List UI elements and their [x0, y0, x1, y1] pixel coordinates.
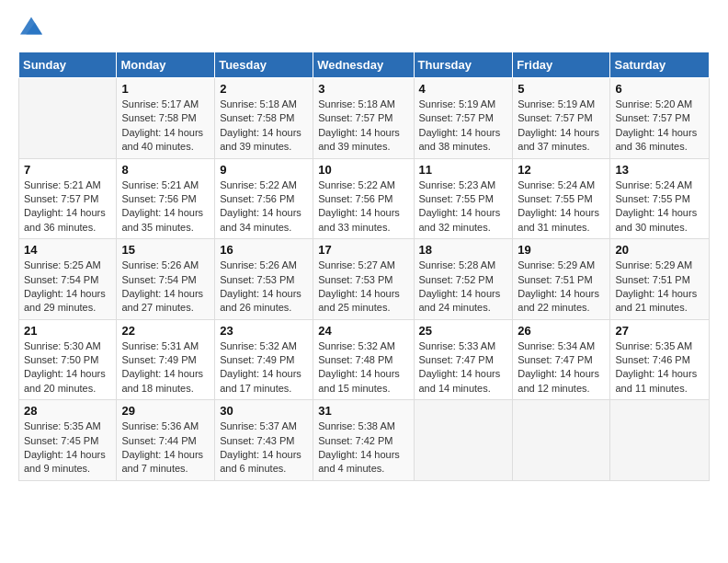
calendar-cell: 31Sunrise: 5:38 AMSunset: 7:42 PMDayligh…	[313, 400, 414, 481]
day-number: 21	[24, 324, 111, 338]
day-number: 31	[318, 404, 408, 418]
day-info: Sunrise: 5:25 AMSunset: 7:54 PMDaylight:…	[24, 259, 111, 316]
weekday-header: Saturday	[610, 52, 710, 78]
weekday-header: Monday	[117, 52, 215, 78]
calendar-cell: 14Sunrise: 5:25 AMSunset: 7:54 PMDayligh…	[19, 239, 117, 320]
calendar-cell: 1Sunrise: 5:17 AMSunset: 7:58 PMDaylight…	[117, 78, 215, 159]
day-number: 20	[615, 243, 704, 257]
weekday-header: Sunday	[19, 52, 117, 78]
calendar-cell: 7Sunrise: 5:21 AMSunset: 7:57 PMDaylight…	[19, 158, 117, 239]
logo-icon	[20, 17, 42, 35]
day-info: Sunrise: 5:22 AMSunset: 7:56 PMDaylight:…	[318, 178, 408, 236]
day-info: Sunrise: 5:34 AMSunset: 7:47 PMDaylight:…	[518, 339, 605, 396]
day-number: 28	[24, 404, 111, 418]
day-info: Sunrise: 5:29 AMSunset: 7:51 PMDaylight:…	[615, 259, 704, 316]
calendar-cell: 16Sunrise: 5:26 AMSunset: 7:53 PMDayligh…	[215, 239, 313, 320]
day-info: Sunrise: 5:32 AMSunset: 7:49 PMDaylight:…	[220, 339, 308, 396]
calendar-cell	[610, 400, 710, 481]
calendar-cell: 19Sunrise: 5:29 AMSunset: 7:51 PMDayligh…	[513, 239, 610, 320]
weekday-header: Thursday	[414, 52, 513, 78]
day-info: Sunrise: 5:19 AMSunset: 7:57 PMDaylight:…	[518, 98, 605, 155]
weekday-header: Wednesday	[313, 52, 414, 78]
calendar-cell	[19, 78, 117, 159]
calendar-cell: 8Sunrise: 5:21 AMSunset: 7:56 PMDaylight…	[117, 158, 215, 239]
calendar-week-row: 1Sunrise: 5:17 AMSunset: 7:58 PMDaylight…	[19, 78, 710, 159]
calendar-cell: 15Sunrise: 5:26 AMSunset: 7:54 PMDayligh…	[117, 239, 215, 320]
day-number: 1	[121, 82, 210, 96]
header-row: SundayMondayTuesdayWednesdayThursdayFrid…	[19, 52, 710, 78]
day-number: 30	[220, 404, 308, 418]
calendar-cell: 9Sunrise: 5:22 AMSunset: 7:56 PMDaylight…	[215, 158, 313, 239]
day-info: Sunrise: 5:17 AMSunset: 7:58 PMDaylight:…	[121, 98, 210, 155]
day-number: 13	[615, 163, 704, 177]
day-number: 4	[419, 82, 508, 96]
day-number: 18	[419, 243, 508, 257]
day-number: 8	[121, 163, 210, 177]
weekday-header: Tuesday	[215, 52, 313, 78]
day-number: 2	[220, 82, 308, 96]
day-info: Sunrise: 5:36 AMSunset: 7:44 PMDaylight:…	[121, 419, 210, 477]
calendar-cell: 17Sunrise: 5:27 AMSunset: 7:53 PMDayligh…	[313, 239, 414, 320]
day-number: 19	[518, 243, 605, 257]
calendar-cell: 11Sunrise: 5:23 AMSunset: 7:55 PMDayligh…	[414, 158, 513, 239]
calendar-cell: 23Sunrise: 5:32 AMSunset: 7:49 PMDayligh…	[215, 319, 313, 400]
day-info: Sunrise: 5:19 AMSunset: 7:57 PMDaylight:…	[419, 98, 508, 155]
day-info: Sunrise: 5:18 AMSunset: 7:58 PMDaylight:…	[220, 98, 308, 155]
calendar-cell: 21Sunrise: 5:30 AMSunset: 7:50 PMDayligh…	[19, 319, 117, 400]
day-info: Sunrise: 5:38 AMSunset: 7:42 PMDaylight:…	[318, 419, 408, 477]
calendar-cell: 12Sunrise: 5:24 AMSunset: 7:55 PMDayligh…	[513, 158, 610, 239]
day-info: Sunrise: 5:18 AMSunset: 7:57 PMDaylight:…	[318, 98, 408, 155]
calendar-cell: 10Sunrise: 5:22 AMSunset: 7:56 PMDayligh…	[313, 158, 414, 239]
calendar-cell: 22Sunrise: 5:31 AMSunset: 7:49 PMDayligh…	[117, 319, 215, 400]
day-number: 10	[318, 163, 408, 177]
day-number: 11	[419, 163, 508, 177]
day-info: Sunrise: 5:31 AMSunset: 7:49 PMDaylight:…	[121, 339, 210, 396]
day-info: Sunrise: 5:37 AMSunset: 7:43 PMDaylight:…	[220, 419, 308, 477]
calendar-week-row: 7Sunrise: 5:21 AMSunset: 7:57 PMDaylight…	[19, 158, 710, 239]
calendar-cell: 6Sunrise: 5:20 AMSunset: 7:57 PMDaylight…	[610, 78, 710, 159]
day-number: 5	[518, 82, 605, 96]
day-info: Sunrise: 5:35 AMSunset: 7:46 PMDaylight:…	[615, 339, 704, 396]
day-number: 24	[318, 324, 408, 338]
calendar-cell: 28Sunrise: 5:35 AMSunset: 7:45 PMDayligh…	[19, 400, 117, 481]
day-number: 12	[518, 163, 605, 177]
calendar-cell: 3Sunrise: 5:18 AMSunset: 7:57 PMDaylight…	[313, 78, 414, 159]
day-number: 23	[220, 324, 308, 338]
calendar-cell: 27Sunrise: 5:35 AMSunset: 7:46 PMDayligh…	[610, 319, 710, 400]
day-info: Sunrise: 5:24 AMSunset: 7:55 PMDaylight:…	[518, 178, 605, 236]
calendar-cell: 25Sunrise: 5:33 AMSunset: 7:47 PMDayligh…	[414, 319, 513, 400]
day-number: 9	[220, 163, 308, 177]
calendar-cell	[414, 400, 513, 481]
calendar-week-row: 28Sunrise: 5:35 AMSunset: 7:45 PMDayligh…	[19, 400, 710, 481]
calendar-week-row: 21Sunrise: 5:30 AMSunset: 7:50 PMDayligh…	[19, 319, 710, 400]
day-number: 27	[615, 324, 704, 338]
day-number: 7	[24, 163, 111, 177]
calendar-cell: 20Sunrise: 5:29 AMSunset: 7:51 PMDayligh…	[610, 239, 710, 320]
day-number: 16	[220, 243, 308, 257]
day-info: Sunrise: 5:21 AMSunset: 7:56 PMDaylight:…	[121, 178, 210, 236]
day-info: Sunrise: 5:33 AMSunset: 7:47 PMDaylight:…	[419, 339, 508, 396]
calendar-cell: 24Sunrise: 5:32 AMSunset: 7:48 PMDayligh…	[313, 319, 414, 400]
calendar-table: SundayMondayTuesdayWednesdayThursdayFrid…	[18, 52, 710, 481]
day-number: 3	[318, 82, 408, 96]
calendar-cell: 2Sunrise: 5:18 AMSunset: 7:58 PMDaylight…	[215, 78, 313, 159]
day-info: Sunrise: 5:21 AMSunset: 7:57 PMDaylight:…	[24, 178, 111, 236]
logo	[18, 18, 42, 37]
calendar-cell: 13Sunrise: 5:24 AMSunset: 7:55 PMDayligh…	[610, 158, 710, 239]
day-number: 6	[615, 82, 704, 96]
calendar-cell: 5Sunrise: 5:19 AMSunset: 7:57 PMDaylight…	[513, 78, 610, 159]
day-number: 17	[318, 243, 408, 257]
calendar-cell: 29Sunrise: 5:36 AMSunset: 7:44 PMDayligh…	[117, 400, 215, 481]
calendar-cell: 26Sunrise: 5:34 AMSunset: 7:47 PMDayligh…	[513, 319, 610, 400]
day-info: Sunrise: 5:24 AMSunset: 7:55 PMDaylight:…	[615, 178, 704, 236]
calendar-week-row: 14Sunrise: 5:25 AMSunset: 7:54 PMDayligh…	[19, 239, 710, 320]
day-number: 15	[121, 243, 210, 257]
day-info: Sunrise: 5:32 AMSunset: 7:48 PMDaylight:…	[318, 339, 408, 396]
day-info: Sunrise: 5:20 AMSunset: 7:57 PMDaylight:…	[615, 98, 704, 155]
weekday-header: Friday	[513, 52, 610, 78]
day-number: 29	[121, 404, 210, 418]
day-info: Sunrise: 5:30 AMSunset: 7:50 PMDaylight:…	[24, 339, 111, 396]
day-number: 22	[121, 324, 210, 338]
calendar-cell: 18Sunrise: 5:28 AMSunset: 7:52 PMDayligh…	[414, 239, 513, 320]
day-info: Sunrise: 5:35 AMSunset: 7:45 PMDaylight:…	[24, 419, 111, 477]
